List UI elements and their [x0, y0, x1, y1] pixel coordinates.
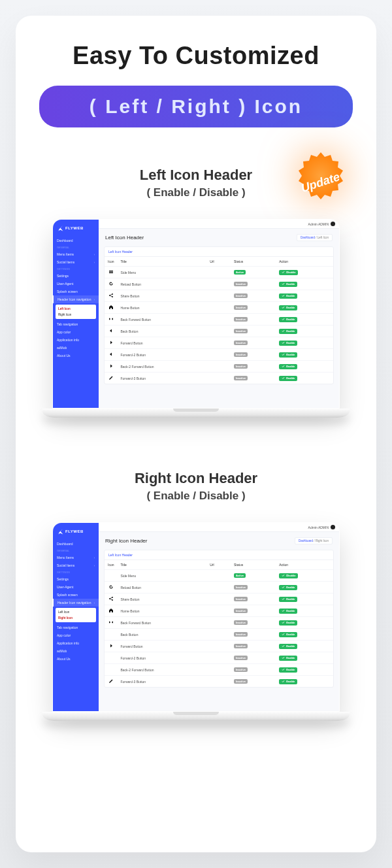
- table-row: Forward-3 ButtonInactiveEnable: [105, 373, 333, 384]
- sidebar-item[interactable]: Application info: [53, 336, 99, 344]
- table-row: Share ButtonInactiveEnable: [105, 290, 333, 302]
- table-row: Reload ButtonInactiveEnable: [105, 582, 333, 593]
- toggle-button[interactable]: Enable: [279, 341, 297, 346]
- row-url: [206, 652, 231, 664]
- row-title: Forward-2 Button: [117, 652, 206, 664]
- sidebar-item[interactable]: Splash screen: [53, 288, 99, 295]
- row-title: Back Button: [117, 629, 206, 641]
- sidebar-item[interactable]: Tab navigation: [53, 320, 99, 328]
- sidebar-item[interactable]: Menu Items›: [53, 250, 99, 258]
- sidebar-item[interactable]: Social Items›: [53, 258, 99, 266]
- toggle-button[interactable]: Enable: [279, 609, 297, 614]
- row-url: [206, 641, 231, 652]
- row-icon: [105, 605, 117, 617]
- row-icon: [105, 337, 117, 349]
- sidebar-item[interactable]: Settings: [53, 575, 99, 583]
- row-url: [206, 629, 231, 641]
- row-action: Enable: [276, 676, 333, 688]
- toggle-button[interactable]: Enable: [279, 644, 297, 649]
- sidebar-item[interactable]: adMob: [53, 647, 99, 655]
- row-status: Inactive: [231, 361, 276, 373]
- sidebar-item[interactable]: Application info: [53, 639, 99, 647]
- row-url: [206, 373, 231, 384]
- row-action: Enable: [276, 373, 333, 384]
- toggle-button[interactable]: Enable: [279, 317, 297, 322]
- row-status: Inactive: [231, 278, 276, 290]
- toggle-button[interactable]: Enable: [279, 376, 297, 381]
- row-url: [206, 605, 231, 617]
- sidebar-item[interactable]: App color: [53, 631, 99, 639]
- sidebar-submenu-item[interactable]: Right Icon: [56, 312, 96, 318]
- avatar-icon[interactable]: [331, 525, 335, 529]
- sidebar-submenu: Left IconRight Icon: [56, 608, 96, 622]
- row-title: Forward-2 Button: [117, 349, 206, 361]
- toggle-button[interactable]: Enable: [279, 679, 297, 684]
- row-icon: [105, 570, 117, 582]
- row-action: Enable: [276, 361, 333, 373]
- chevron-right-icon: ›: [94, 253, 95, 256]
- avatar-icon[interactable]: [331, 222, 335, 226]
- sidebar-item[interactable]: Tab navigation: [53, 624, 99, 631]
- row-action: Enable: [276, 326, 333, 337]
- table-row: Forward-2 ButtonInactiveEnable: [105, 652, 333, 664]
- toggle-button[interactable]: Disable: [279, 573, 298, 578]
- main-content: Admin ADMINLeft Icon HeaderDashboard / L…: [99, 220, 339, 408]
- sidebar-submenu-item[interactable]: Left Icon: [56, 609, 96, 615]
- row-status: Inactive: [231, 641, 276, 652]
- chevron-right-icon: ›: [94, 298, 95, 301]
- sidebar-item[interactable]: App color: [53, 328, 99, 336]
- sidebar-item[interactable]: User-Agent: [53, 280, 99, 288]
- row-action: Enable: [276, 302, 333, 314]
- toggle-button[interactable]: Enable: [279, 632, 297, 637]
- table-row: Home ButtonInactiveEnable: [105, 302, 333, 314]
- sidebar-item[interactable]: Dashboard: [53, 540, 99, 548]
- row-icon: [105, 302, 117, 314]
- sidebar-group-label: SETTINGS: [53, 266, 99, 272]
- sidebar-item[interactable]: Splash screen: [53, 591, 99, 599]
- toggle-button[interactable]: Enable: [279, 305, 297, 310]
- table-row: Home ButtonInactiveEnable: [105, 605, 333, 617]
- toggle-button[interactable]: Disable: [279, 270, 298, 275]
- row-action: Enable: [276, 349, 333, 361]
- sidebar-submenu-item[interactable]: Left Icon: [56, 306, 96, 312]
- sidebar-item[interactable]: User-Agent: [53, 583, 99, 591]
- table-row: Back Forward ButtonInactiveEnable: [105, 617, 333, 629]
- sidebar-item[interactable]: adMob: [53, 344, 99, 352]
- toggle-button[interactable]: Enable: [279, 585, 297, 590]
- sidebar-item[interactable]: Header Icon navigation›: [53, 599, 99, 607]
- sidebar-item[interactable]: Dashboard: [53, 237, 99, 244]
- row-title: Share Button: [117, 593, 206, 605]
- sidebar-item[interactable]: Menu Items›: [53, 554, 99, 561]
- sidebar-item[interactable]: About Us: [53, 655, 99, 663]
- row-action: Enable: [276, 641, 333, 652]
- toggle-button[interactable]: Enable: [279, 620, 297, 626]
- row-url: [206, 267, 231, 278]
- headline-pill: ( Left / Right ) Icon: [39, 86, 353, 127]
- row-title: Share Button: [117, 290, 206, 302]
- main-content: Admin ADMINRight Icon HeaderDashboard / …: [99, 523, 339, 711]
- sidebar-submenu-item[interactable]: Right Icon: [56, 615, 96, 621]
- toggle-button[interactable]: Enable: [279, 329, 297, 334]
- row-action: Enable: [276, 617, 333, 629]
- toggle-button[interactable]: Enable: [279, 293, 297, 299]
- toggle-button[interactable]: Enable: [279, 597, 297, 602]
- toggle-button[interactable]: Enable: [279, 656, 297, 661]
- toggle-button[interactable]: Enable: [279, 352, 297, 358]
- toggle-button[interactable]: Enable: [279, 667, 297, 673]
- table-row: Forward ButtonInactiveEnable: [105, 337, 333, 349]
- toggle-button[interactable]: Enable: [279, 282, 297, 287]
- row-icon: [105, 267, 117, 278]
- sidebar-item[interactable]: Social Items›: [53, 561, 99, 569]
- row-action: Enable: [276, 278, 333, 290]
- breadcrumb: Dashboard / Left Icon: [297, 234, 333, 241]
- row-action: Enable: [276, 664, 333, 676]
- row-status: Inactive: [231, 373, 276, 384]
- table-row: Side MenuActiveDisable: [105, 267, 333, 278]
- row-status: Inactive: [231, 605, 276, 617]
- sidebar-item[interactable]: Header Icon navigation›: [53, 295, 99, 303]
- sidebar-item[interactable]: About Us: [53, 352, 99, 359]
- sidebar-item[interactable]: Settings: [53, 272, 99, 280]
- row-icon: [105, 582, 117, 593]
- chevron-right-icon: ›: [94, 261, 95, 264]
- toggle-button[interactable]: Enable: [279, 364, 297, 369]
